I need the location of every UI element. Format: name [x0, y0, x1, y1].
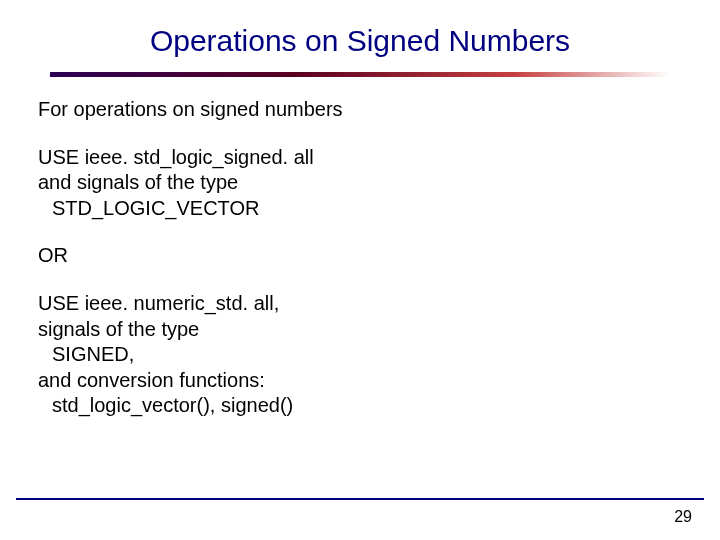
separator-or: OR [38, 243, 682, 269]
slide-title: Operations on Signed Numbers [0, 0, 720, 72]
slide: Operations on Signed Numbers For operati… [0, 0, 720, 540]
opt2-line-3: SIGNED, [38, 343, 134, 365]
opt2-line-1: USE ieee. numeric_std. all, [38, 292, 279, 314]
footer-rule [16, 498, 704, 500]
intro-text: For operations on signed numbers [38, 97, 682, 123]
opt2-line-5: std_logic_vector(), signed() [38, 394, 293, 416]
opt1-line-3: STD_LOGIC_VECTOR [38, 197, 259, 219]
opt1-line-1: USE ieee. std_logic_signed. all [38, 146, 314, 168]
opt2-line-2: signals of the type [38, 318, 199, 340]
option-1-block: USE ieee. std_logic_signed. all and sign… [38, 145, 682, 222]
page-number: 29 [674, 508, 692, 526]
slide-body: For operations on signed numbers USE iee… [0, 77, 720, 419]
opt2-line-4: and conversion functions: [38, 369, 265, 391]
opt1-line-2: and signals of the type [38, 171, 238, 193]
option-2-block: USE ieee. numeric_std. all, signals of t… [38, 291, 682, 419]
